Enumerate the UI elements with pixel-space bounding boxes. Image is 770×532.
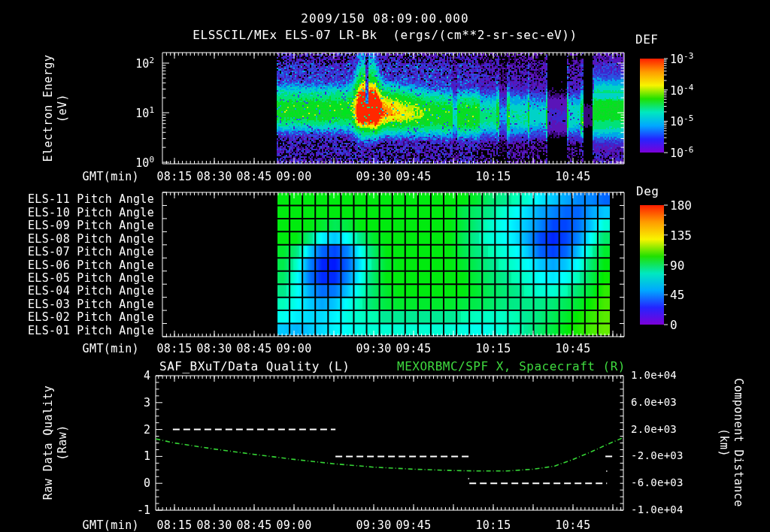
bottom-left-y-tick-label: 0 — [119, 476, 150, 490]
bottom-right-y-tick-label: 1.0e+04 — [631, 369, 677, 381]
pitch-row-label: ELS-06 Pitch Angle — [25, 258, 154, 272]
gmt-axis-label-bottom: GMT(min) — [77, 518, 139, 532]
x-tick-label-top: 08:30 — [196, 170, 232, 183]
spectrogram-y-tick-label: 101 — [108, 105, 154, 120]
bottom-left-y-axis-label-line2: (Raw) — [56, 352, 70, 532]
x-tick-label-top: 08:15 — [156, 170, 192, 183]
spectrogram-y-axis-label: Electron Energy (eV) — [41, 18, 70, 198]
bottom-right-y-tick-label: 2.0e+03 — [631, 423, 677, 435]
pitch-row-label: ELS-09 Pitch Angle — [25, 219, 154, 232]
spectrogram-y-tick-label: 102 — [108, 56, 154, 71]
pitch-row-label: ELS-11 Pitch Angle — [25, 192, 154, 206]
deg-colorbar-tick-label: 90 — [670, 258, 684, 273]
pitch-row-label: ELS-02 Pitch Angle — [25, 310, 154, 324]
bottom-right-y-tick-label: -1.0e+04 — [631, 503, 684, 515]
bottom-right-y-axis-label-line1: Component Distance — [731, 352, 745, 532]
spectrogram-canvas — [162, 53, 624, 164]
def-colorbar-title: DEF — [635, 32, 658, 47]
component-distance-curve — [156, 437, 623, 471]
x-tick-label-bottom: 09:30 — [356, 518, 391, 532]
pitch-row-label: ELS-04 Pitch Angle — [25, 284, 154, 298]
def-colorbar-tick-label: 10-6 — [670, 145, 693, 160]
pitch-row-label: ELS-08 Pitch Angle — [25, 232, 154, 246]
bottom-right-y-tick-label: -2.0e+03 — [631, 449, 684, 461]
def-colorbar-tick-label: 10-4 — [670, 83, 693, 98]
x-tick-label-middle: 09:45 — [396, 342, 431, 355]
x-tick-label-middle: 10:15 — [475, 342, 511, 355]
spectrogram-y-tick-label: 100 — [108, 155, 154, 170]
gmt-axis-label-middle: GMT(min) — [77, 342, 139, 355]
x-tick-label-bottom: 10:45 — [555, 518, 590, 532]
def-colorbar — [640, 59, 664, 153]
def-colorbar-tick-label: 10-3 — [670, 51, 693, 66]
x-tick-label-middle: 09:30 — [356, 342, 391, 355]
x-tick-label-middle: 08:45 — [236, 342, 271, 355]
bottom-left-y-axis-label-line1: Raw Data Quality — [41, 352, 56, 532]
x-tick-label-top: 10:45 — [555, 170, 590, 183]
bottom-right-series-title: MEXORBMC/SPF X, Spacecraft (R) — [397, 359, 626, 373]
exponent: -3 — [684, 51, 693, 61]
pitch-row-label: ELS-05 Pitch Angle — [25, 271, 154, 285]
x-tick-label-middle: 08:30 — [196, 342, 232, 355]
exponent: -5 — [684, 113, 693, 123]
spectrogram-y-axis-label-line2: (eV) — [56, 18, 70, 198]
bottom-right-y-axis-label: Component Distance (km) — [717, 352, 745, 532]
deg-colorbar-tick-label: 135 — [670, 228, 692, 243]
x-tick-label-bottom: 09:45 — [396, 518, 431, 532]
bottom-left-y-tick-label: 2 — [119, 423, 150, 437]
deg-colorbar-title: Deg — [636, 184, 659, 198]
x-tick-label-bottom: 08:30 — [196, 518, 232, 532]
bottom-left-y-axis-label: Raw Data Quality (Raw) — [41, 352, 70, 532]
gmt-axis-label-top: GMT(min) — [77, 170, 139, 183]
x-tick-label-bottom: 10:15 — [475, 518, 511, 532]
exponent: -6 — [684, 145, 693, 155]
def-colorbar-tick-label: 10-5 — [670, 113, 693, 128]
bottom-left-series-title: SAF_BXuT/Data Quality (L) — [159, 359, 350, 373]
pitch-row-label: ELS-07 Pitch Angle — [25, 245, 154, 258]
x-tick-label-top: 09:45 — [396, 170, 431, 183]
bottom-left-y-tick-label: 3 — [119, 396, 150, 410]
x-tick-label-top: 09:30 — [356, 170, 391, 183]
x-tick-label-top: 10:15 — [475, 170, 511, 183]
x-tick-label-top: 08:45 — [236, 170, 271, 183]
exponent: -4 — [684, 83, 693, 92]
x-tick-label-bottom: 08:45 — [236, 518, 271, 532]
pitch-row-label: ELS-03 Pitch Angle — [25, 298, 154, 311]
x-tick-label-top: 09:00 — [276, 170, 311, 183]
plot-page: 2009/150 08:09:00.000 ELSSCIL/MEx ELS-07… — [0, 0, 770, 532]
bottom-right-y-tick-label: -6.0e+03 — [631, 476, 684, 488]
x-tick-label-bottom: 09:00 — [276, 518, 311, 532]
bottom-right-y-axis-label-line2: (km) — [717, 352, 731, 532]
bottom-left-y-tick-label: 1 — [119, 449, 150, 463]
pitch-row-label: ELS-01 Pitch Angle — [25, 324, 154, 337]
x-tick-label-middle: 10:45 — [555, 342, 590, 355]
deg-colorbar-tick-label: 0 — [670, 318, 678, 332]
deg-colorbar-tick-label: 45 — [670, 288, 684, 302]
exponent: 2 — [149, 56, 154, 65]
x-tick-label-middle: 08:15 — [156, 342, 192, 355]
exponent: 0 — [149, 155, 154, 165]
exponent: 1 — [149, 105, 154, 115]
x-tick-label-middle: 09:00 — [276, 342, 311, 355]
deg-colorbar — [640, 205, 664, 325]
pitch-row-label: ELS-10 Pitch Angle — [25, 206, 154, 219]
deg-colorbar-tick-label: 180 — [670, 198, 692, 213]
pitch-angle-canvas — [162, 192, 624, 337]
x-tick-label-bottom: 08:15 — [156, 518, 192, 532]
bottom-right-y-tick-label: 6.0e+03 — [631, 396, 677, 408]
bottom-left-y-tick-label: -1 — [119, 503, 150, 517]
spectrogram-y-axis-label-line1: Electron Energy — [41, 18, 56, 198]
page-title: 2009/150 08:09:00.000 — [0, 11, 770, 26]
bottom-left-y-tick-label: 4 — [119, 369, 150, 382]
